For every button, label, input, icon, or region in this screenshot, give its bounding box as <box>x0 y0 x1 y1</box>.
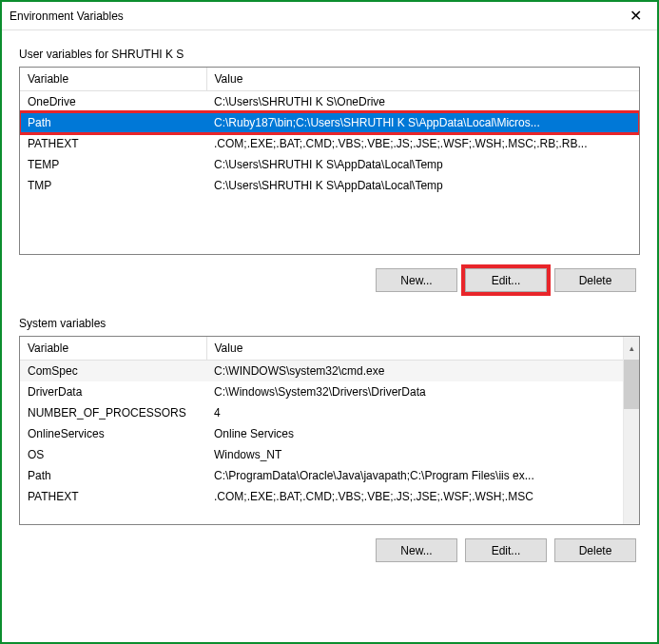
user-delete-button[interactable]: Delete <box>554 268 636 292</box>
close-icon: ✕ <box>630 7 642 25</box>
system-table-header[interactable]: Variable Value <box>20 337 639 360</box>
table-row[interactable]: OneDrive C:\Users\SHRUTHI K S\OneDrive <box>20 90 639 112</box>
table-row[interactable]: NUMBER_OF_PROCESSORS 4 <box>20 402 639 423</box>
table-row[interactable]: Path C:\Ruby187\bin;C:\Users\SHRUTHI K S… <box>20 112 639 133</box>
user-edit-button[interactable]: Edit... <box>465 268 547 292</box>
col-header-value[interactable]: Value <box>206 68 639 90</box>
system-section: System variables Variable Value <box>19 317 640 562</box>
table-row[interactable]: OS Windows_NT <box>20 444 639 465</box>
dialog-content: User variables for SHRUTHI K S Variable … <box>2 30 657 572</box>
close-button[interactable]: ✕ <box>614 2 657 30</box>
table-row[interactable]: PATHEXT .COM;.EXE;.BAT;.CMD;.VBS;.VBE;.J… <box>20 486 639 507</box>
user-table-header[interactable]: Variable Value <box>20 68 639 90</box>
scrollbar[interactable] <box>623 360 639 524</box>
system-vars-table[interactable]: Variable Value ComSpec C:\WINDOWS\system… <box>19 336 640 525</box>
table-row[interactable]: PATHEXT .COM;.EXE;.BAT;.CMD;.VBS;.VBE;.J… <box>20 133 639 154</box>
table-row[interactable]: Path C:\ProgramData\Oracle\Java\javapath… <box>20 465 639 486</box>
col-header-variable[interactable]: Variable <box>20 68 206 90</box>
col-header-value[interactable]: Value <box>206 337 639 360</box>
user-button-row: New... Edit... Delete <box>19 268 640 292</box>
system-vars-label: System variables <box>19 317 640 330</box>
system-edit-button[interactable]: Edit... <box>465 538 547 562</box>
scroll-up-icon[interactable]: ▴ <box>623 337 639 360</box>
system-new-button[interactable]: New... <box>376 538 457 562</box>
scrollbar-thumb[interactable] <box>624 360 639 409</box>
col-header-variable[interactable]: Variable <box>20 337 206 360</box>
system-button-row: New... Edit... Delete <box>19 538 640 562</box>
table-row[interactable]: OnlineServices Online Services <box>20 423 639 444</box>
table-row[interactable]: DriverData C:\Windows\System32\Drivers\D… <box>20 381 639 402</box>
table-row[interactable]: TEMP C:\Users\SHRUTHI K S\AppData\Local\… <box>20 154 639 175</box>
system-delete-button[interactable]: Delete <box>554 538 636 562</box>
user-vars-label: User variables for SHRUTHI K S <box>19 48 640 61</box>
table-row[interactable]: ComSpec C:\WINDOWS\system32\cmd.exe <box>20 361 639 381</box>
table-row[interactable]: TMP C:\Users\SHRUTHI K S\AppData\Local\T… <box>20 175 639 196</box>
window-title: Environment Variables <box>10 10 124 23</box>
titlebar: Environment Variables ✕ <box>2 2 657 30</box>
user-new-button[interactable]: New... <box>376 268 457 292</box>
user-vars-table[interactable]: Variable Value OneDrive C:\Users\SHRUTHI… <box>19 67 640 255</box>
